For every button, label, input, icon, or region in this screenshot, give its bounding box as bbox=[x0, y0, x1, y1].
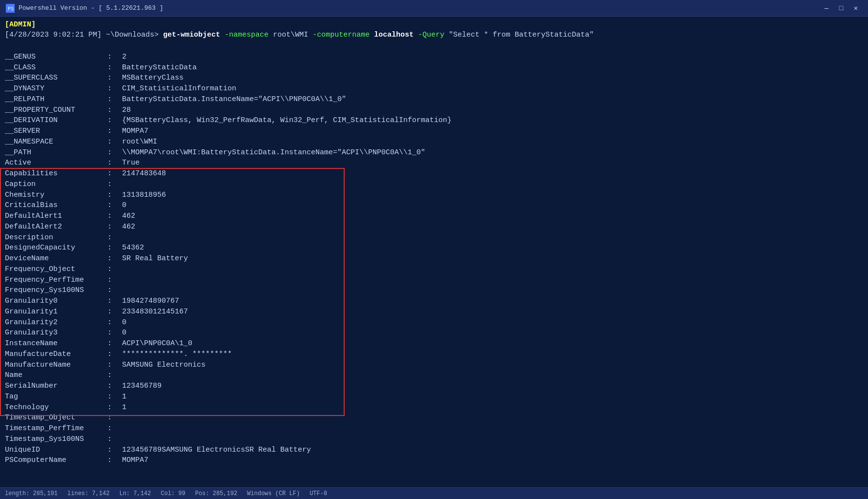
row-name: Timestamp_PerfTime bbox=[5, 423, 107, 434]
row-val: CIM_StatisticalInformation bbox=[122, 83, 863, 94]
row-val: MOMPA7 bbox=[122, 455, 863, 466]
row-val bbox=[122, 264, 863, 275]
table-row: Granularity2 : 0 bbox=[5, 317, 863, 328]
row-name: Name bbox=[5, 370, 107, 381]
table-row: DeviceName : SR Real Battery bbox=[5, 253, 863, 264]
row-val bbox=[122, 179, 863, 190]
row-name: Frequency_Object bbox=[5, 264, 107, 275]
table-row: SerialNumber : 123456789 bbox=[5, 381, 863, 392]
row-sep: : bbox=[107, 105, 122, 116]
row-val bbox=[122, 275, 863, 286]
row-val: 0 bbox=[122, 200, 863, 211]
row-sep: : bbox=[107, 200, 122, 211]
table-row: ManufactureName : SAMSUNG Electronics bbox=[5, 360, 863, 371]
row-sep: : bbox=[107, 264, 122, 275]
row-sep: : bbox=[107, 222, 122, 232]
row-sep: : bbox=[107, 52, 122, 62]
row-val: root\WMI bbox=[122, 137, 863, 147]
row-val: 1 bbox=[122, 392, 863, 402]
row-sep: : bbox=[107, 370, 122, 381]
row-name: Timestamp_Object bbox=[5, 413, 107, 423]
row-val: BatteryStaticData.InstanceName="ACPI\\PN… bbox=[122, 94, 863, 105]
table-row: Active : True bbox=[5, 158, 863, 168]
status-pos: Pos: 285,192 bbox=[195, 490, 237, 497]
row-val bbox=[122, 423, 863, 434]
table-row: __PATH : \\MOMPA7\root\WMI:BatteryStatic… bbox=[5, 147, 863, 158]
table-row: __PROPERTY_COUNT : 28 bbox=[5, 105, 863, 116]
row-sep: : bbox=[107, 434, 122, 445]
status-col: Col: 99 bbox=[161, 490, 185, 497]
table-row: Timestamp_Object : bbox=[5, 413, 863, 423]
table-row: DefaultAlert2 : 462 bbox=[5, 222, 863, 232]
row-sep: : bbox=[107, 445, 122, 456]
table-row: __SUPERCLASS : MSBatteryClass bbox=[5, 73, 863, 83]
row-val: 1313818956 bbox=[122, 190, 863, 201]
table-row: ManufactureDate : **************. ******… bbox=[5, 349, 863, 360]
row-val: MSBatteryClass bbox=[122, 73, 863, 83]
row-sep: : bbox=[107, 168, 122, 179]
table-row: Tag : 1 bbox=[5, 392, 863, 402]
row-sep: : bbox=[107, 243, 122, 253]
admin-tag: [ADMIN] bbox=[5, 21, 36, 29]
row-val: 233483012145167 bbox=[122, 307, 863, 317]
row-sep: : bbox=[107, 338, 122, 349]
spacer-row bbox=[5, 41, 863, 52]
admin-line: [ADMIN] bbox=[5, 21, 863, 29]
status-charset: UTF-8 bbox=[310, 490, 327, 497]
row-sep: : bbox=[107, 392, 122, 402]
row-sep: : bbox=[107, 83, 122, 94]
table-row: __RELPATH : BatteryStaticData.InstanceNa… bbox=[5, 94, 863, 105]
window-controls: — □ ✕ bbox=[820, 2, 862, 15]
row-name: CriticalBias bbox=[5, 200, 107, 211]
row-name: __CLASS bbox=[5, 62, 107, 73]
row-sep: : bbox=[107, 275, 122, 286]
row-name: __RELPATH bbox=[5, 94, 107, 105]
maximize-button[interactable]: □ bbox=[835, 2, 847, 15]
row-name: Timestamp_Sys100NS bbox=[5, 434, 107, 445]
row-sep: : bbox=[107, 94, 122, 105]
row-val: 462 bbox=[122, 222, 863, 232]
window-title: Powershell Version - [ 5.1.22621.963 ] bbox=[19, 4, 163, 12]
row-name: __GENUS bbox=[5, 52, 107, 62]
row-name: Technology bbox=[5, 402, 107, 413]
statusbar: length: 285,191 lines: 7,142 Ln: 7,142 C… bbox=[0, 487, 868, 499]
status-length: length: 285,191 bbox=[5, 490, 58, 497]
cmd-name: get-wmiobject bbox=[163, 31, 220, 39]
row-sep: : bbox=[107, 413, 122, 423]
minimize-button[interactable]: — bbox=[820, 2, 833, 15]
row-val: BatteryStaticData bbox=[122, 62, 863, 73]
row-sep: : bbox=[107, 137, 122, 147]
prompt-text: [4/28/2023 9:02:21 PM] ~\Downloads> bbox=[5, 31, 163, 39]
row-sep: : bbox=[107, 147, 122, 158]
row-name: Active bbox=[5, 158, 107, 168]
row-val bbox=[122, 232, 863, 243]
titlebar: PS Powershell Version - [ 5.1.22621.963 … bbox=[0, 0, 868, 17]
row-val: 1 bbox=[122, 402, 863, 413]
row-name: __PATH bbox=[5, 147, 107, 158]
table-row: __NAMESPACE : root\WMI bbox=[5, 137, 863, 147]
table-row: Capabilities : 2147483648 bbox=[5, 168, 863, 179]
cn-flag: -computername bbox=[312, 31, 370, 39]
row-sep: : bbox=[107, 328, 122, 338]
table-row: Granularity1 : 233483012145167 bbox=[5, 307, 863, 317]
row-name: ManufactureDate bbox=[5, 349, 107, 360]
row-name: DefaultAlert2 bbox=[5, 222, 107, 232]
cn-val: localhost bbox=[374, 31, 413, 39]
table-row: __SERVER : MOMPA7 bbox=[5, 126, 863, 137]
row-sep: : bbox=[107, 158, 122, 168]
row-name: Description bbox=[5, 232, 107, 243]
row-sep: : bbox=[107, 360, 122, 371]
q-val: "Select * from BatteryStaticData" bbox=[449, 31, 594, 39]
status-encoding: Windows (CR LF) bbox=[247, 490, 300, 497]
row-sep: : bbox=[107, 179, 122, 190]
row-val: {MSBatteryClass, Win32_PerfRawData, Win3… bbox=[122, 115, 863, 126]
row-val: True bbox=[122, 158, 863, 168]
row-name: Chemistry bbox=[5, 190, 107, 201]
close-button[interactable]: ✕ bbox=[849, 2, 862, 15]
row-name: Capabilities bbox=[5, 168, 107, 179]
row-val: 123456789 bbox=[122, 381, 863, 392]
row-sep: : bbox=[107, 381, 122, 392]
row-sep: : bbox=[107, 73, 122, 83]
table-row: Granularity0 : 1984274890767 bbox=[5, 296, 863, 307]
ns-val: root\WMI bbox=[273, 31, 308, 39]
